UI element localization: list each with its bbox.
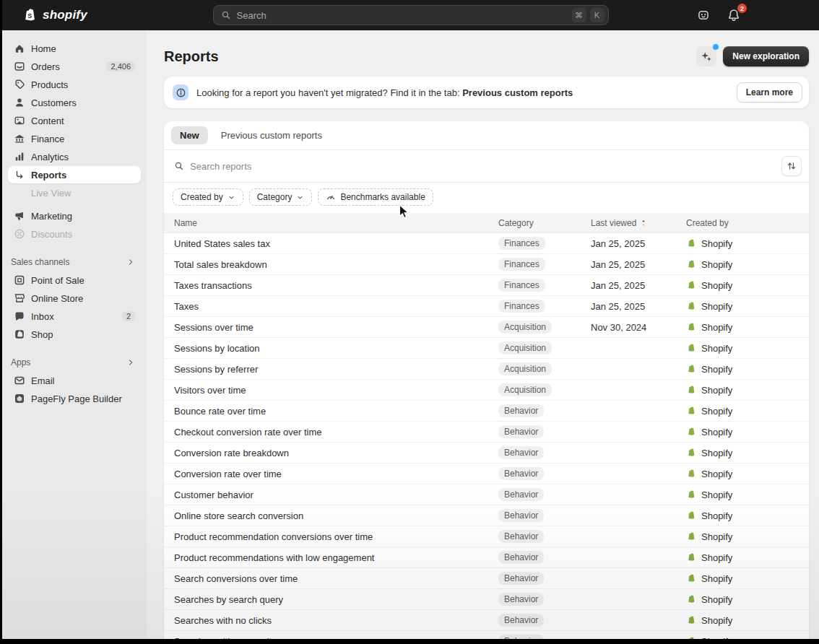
finance-icon: [14, 133, 25, 144]
table-row[interactable]: Searches by search queryBehaviorShopify: [164, 589, 809, 610]
category-badge: Behavior: [498, 446, 544, 459]
sidebar-item-label: PageFly Page Builder: [31, 393, 135, 404]
column-header-created-by[interactable]: Created by: [686, 218, 809, 228]
sidebar-item-point-of-sale[interactable]: Point of Sale: [8, 271, 141, 289]
shopify-bag-icon: [686, 489, 696, 500]
filter-created-by[interactable]: Created by: [173, 188, 243, 206]
category-cell: Acquisition: [498, 341, 591, 354]
caret-sort-icon: [639, 219, 648, 227]
column-label: Created by: [686, 218, 729, 228]
table-row[interactable]: Sessions over timeAcquisitionNov 30, 202…: [164, 317, 809, 338]
table-row[interactable]: Customer behaviorBehaviorShopify: [164, 484, 809, 505]
created-by: Shopify: [686, 448, 809, 458]
table-row[interactable]: Taxes transactionsFinancesJan 25, 2025Sh…: [164, 275, 809, 296]
chevron-down-icon: [296, 193, 304, 201]
sidebar-item-online-store[interactable]: Online Store: [8, 290, 141, 307]
table-row[interactable]: Sessions by locationAcquisitionShopify: [164, 338, 809, 359]
category-cell: Behavior: [498, 509, 591, 522]
sidebar-item-home[interactable]: Home: [8, 40, 141, 57]
report-name: Product recommendation conversions over …: [164, 531, 498, 542]
sales-channels-header[interactable]: Sales channels: [2, 253, 147, 271]
sidebar-item-reports[interactable]: Reports: [8, 166, 141, 183]
table-row[interactable]: Searches with no clicksBehaviorShopify: [164, 610, 809, 631]
sidebar-item-email[interactable]: Email: [8, 372, 141, 389]
created-by: Shopify: [686, 385, 809, 396]
apps-header[interactable]: Apps: [2, 354, 147, 372]
category-badge: Finances: [498, 300, 545, 313]
created-by: Shopify: [686, 552, 809, 563]
sidebar-nav: HomeOrders2,406ProductsCustomersContentF…: [2, 40, 147, 243]
column-header-category[interactable]: Category: [498, 218, 591, 228]
learn-more-button[interactable]: Learn more: [737, 82, 802, 103]
sidebar-item-shop[interactable]: Shop: [8, 326, 141, 343]
chevron-right-icon: [126, 358, 135, 367]
report-name: Search conversions over time: [164, 573, 498, 584]
new-exploration-button[interactable]: New exploration: [723, 46, 809, 66]
column-header-name[interactable]: Name: [164, 218, 498, 228]
table-row[interactable]: United States sales taxFinancesJan 25, 2…: [164, 233, 809, 254]
sidebar-item-label: Marketing: [31, 211, 135, 222]
shopify-bag-icon: [686, 322, 696, 332]
migration-banner: Looking for a report you haven't yet mig…: [164, 77, 809, 108]
created-by: Shopify: [686, 573, 809, 584]
sidebar-item-products[interactable]: Products: [8, 76, 141, 93]
table-row[interactable]: TaxesFinancesJan 25, 2025Shopify: [164, 296, 809, 317]
report-name: Online store search conversion: [164, 510, 498, 521]
chevron-right-icon: [126, 258, 135, 266]
table-row[interactable]: Checkout conversion rate over timeBehavi…: [164, 422, 809, 443]
report-name: Product recommendations with low engagem…: [164, 552, 498, 563]
header-actions: New exploration: [696, 46, 809, 66]
table-row[interactable]: Bounce rate over timeBehaviorShopify: [164, 401, 809, 422]
table-row[interactable]: Conversion rate breakdownBehaviorShopify: [164, 443, 809, 464]
report-name: Total sales breakdown: [164, 259, 498, 270]
category-badge: Behavior: [498, 488, 544, 501]
search-icon: [174, 161, 184, 171]
column-header-last-viewed[interactable]: Last viewed: [591, 218, 686, 228]
report-name: Sessions by referrer: [164, 364, 498, 375]
sidebar-item-inbox[interactable]: Inbox2: [8, 308, 141, 325]
exploration-assistant-button[interactable]: [696, 46, 716, 66]
global-search[interactable]: Search ⌘ K: [213, 5, 609, 25]
sort-button[interactable]: [781, 156, 802, 176]
table-row[interactable]: Conversion rate over timeBehaviorShopify: [164, 464, 809, 484]
table-row[interactable]: Product recommendations with low engagem…: [164, 547, 809, 568]
orders-icon: [14, 61, 25, 72]
created-by-label: Shopify: [701, 531, 732, 542]
tab-new[interactable]: New: [171, 126, 208, 144]
sidebar-item-analytics[interactable]: Analytics: [8, 148, 141, 165]
sidebar-item-content[interactable]: Content: [8, 112, 141, 129]
shopify-bag-icon: [686, 280, 696, 290]
filter-category[interactable]: Category: [249, 188, 313, 206]
bell-button[interactable]: 2: [725, 6, 742, 24]
shopify-logo[interactable]: S shopify: [2, 7, 87, 23]
created-by-label: Shopify: [701, 636, 732, 640]
sidekick-button[interactable]: [695, 6, 712, 24]
inbox-icon: [14, 310, 25, 322]
search-reports-input[interactable]: [190, 161, 776, 172]
tab-previous-custom-reports[interactable]: Previous custom reports: [212, 126, 331, 144]
sidebar-item-customers[interactable]: Customers: [8, 94, 141, 111]
table-row[interactable]: Visitors over timeAcquisitionShopify: [164, 380, 809, 401]
filter-benchmarks-available[interactable]: Benchmarks available: [318, 188, 433, 206]
pos-icon: [14, 274, 25, 286]
banner-text: Looking for a report you haven't yet mig…: [196, 87, 729, 98]
created-by-label: Shopify: [701, 427, 732, 438]
table-row[interactable]: Search conversions over timeBehaviorShop…: [164, 568, 809, 589]
sidebar-item-orders[interactable]: Orders2,406: [8, 58, 141, 75]
table-row[interactable]: Sessions by referrerAcquisitionShopify: [164, 359, 809, 380]
table-row[interactable]: Online store search conversionBehaviorSh…: [164, 505, 809, 526]
main-content: Reports New exploration Looking for a re…: [147, 30, 819, 639]
shopify-bag-icon: [686, 238, 696, 248]
shopify-bag-icon: [686, 385, 696, 395]
table-row[interactable]: Searches with no resultsBehaviorShopify: [164, 631, 809, 639]
table-row[interactable]: Total sales breakdownFinancesJan 25, 202…: [164, 254, 809, 275]
table-row[interactable]: Product recommendation conversions over …: [164, 526, 809, 547]
sidebar-item-marketing[interactable]: Marketing: [8, 207, 141, 225]
category-cell: Finances: [498, 237, 591, 250]
sidebar-item-pagefly-page-builder[interactable]: PageFly Page Builder: [8, 390, 141, 407]
sidebar-item-label: Finance: [31, 134, 135, 144]
created-by: Shopify: [686, 280, 809, 291]
category-cell: Acquisition: [498, 321, 591, 334]
sidebar-item-finance[interactable]: Finance: [8, 130, 141, 147]
page-header: Reports New exploration: [164, 30, 809, 77]
